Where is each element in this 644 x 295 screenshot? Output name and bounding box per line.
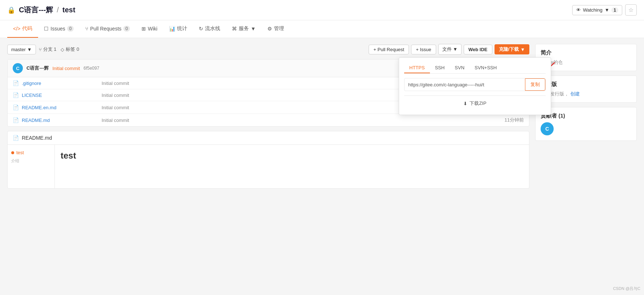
readme-header: 📄 README.md bbox=[8, 131, 529, 145]
repo-name: test bbox=[62, 6, 75, 14]
clone-download-button[interactable]: 克隆/下载 ▼ bbox=[495, 44, 530, 54]
file-name[interactable]: README.en.md bbox=[22, 105, 94, 110]
file-icon: 📄 bbox=[13, 117, 19, 123]
content-area: master ▼ ⑂ 分支 1 ◇ 标签 0 + Pull Request + … bbox=[7, 44, 529, 284]
issues-count: 0 bbox=[67, 26, 74, 32]
commit-message[interactable]: Initial commit bbox=[52, 66, 80, 71]
toc-sub: 介绍 bbox=[11, 157, 51, 164]
file-name[interactable]: .gitignore bbox=[22, 81, 94, 86]
wiki-icon: ⊞ bbox=[141, 26, 146, 32]
contributors-title: 贡献者 (1) bbox=[541, 112, 631, 119]
nav-tabs: </> 代码 ☐ Issues 0 ⑂ Pull Requests 0 ⊞ Wi… bbox=[0, 20, 644, 38]
tab-services[interactable]: ⌘ 服务 ▼ bbox=[226, 20, 262, 38]
tab-manage-label: 管理 bbox=[274, 25, 284, 32]
clone-dropdown: HTTPS SSH SVN SVN+SSH 复制 ⬇ 下载ZIP bbox=[399, 57, 551, 115]
branch-dropdown-icon: ▼ bbox=[27, 47, 32, 52]
branch-selector[interactable]: master ▼ bbox=[7, 45, 36, 54]
repo-owner: C语言---辉 bbox=[19, 5, 53, 15]
repo-title: 🔒 C语言---辉 / test bbox=[7, 5, 75, 15]
file-name[interactable]: README.md bbox=[22, 118, 94, 123]
branch-name: master bbox=[11, 47, 26, 52]
file-icon: 📄 bbox=[13, 92, 19, 98]
download-zip-row[interactable]: ⬇ 下载ZIP bbox=[404, 97, 546, 110]
readme-section: 📄 README.md test 介绍 test bbox=[7, 131, 529, 189]
lock-icon: 🔒 bbox=[7, 6, 15, 14]
manage-icon: ⚙ bbox=[267, 26, 272, 32]
tab-stats[interactable]: 📊 统计 bbox=[163, 20, 193, 38]
watch-dropdown-icon: ▼ bbox=[604, 7, 609, 13]
sidebar-intro-title: 简介 bbox=[541, 49, 631, 56]
webide-button[interactable]: Web IDE bbox=[464, 45, 492, 54]
stats-icon: 📊 bbox=[169, 26, 175, 32]
commit-author: C语言---辉 bbox=[26, 65, 49, 71]
tab-stats-label: 统计 bbox=[177, 25, 187, 32]
pipeline-icon: ↻ bbox=[199, 26, 203, 32]
file-name[interactable]: LICENSE bbox=[22, 93, 94, 98]
readme-toc-item[interactable]: test bbox=[11, 148, 51, 157]
readme-content: test 介绍 test bbox=[8, 145, 529, 188]
commit-hash: 6f5e097 bbox=[83, 66, 99, 71]
readme-title: README.md bbox=[22, 135, 52, 141]
slash: / bbox=[57, 6, 59, 14]
services-dropdown-icon: ▼ bbox=[251, 26, 256, 32]
readme-body: test bbox=[55, 145, 529, 188]
main-content: master ▼ ⑂ 分支 1 ◇ 标签 0 + Pull Request + … bbox=[0, 38, 644, 290]
tab-pipeline[interactable]: ↻ 流水线 bbox=[193, 20, 226, 38]
tab-manage[interactable]: ⚙ 管理 bbox=[262, 20, 290, 38]
toc-item-label: test bbox=[16, 150, 24, 155]
clone-copy-button[interactable]: 复制 bbox=[525, 78, 545, 91]
watch-button[interactable]: 👁 Watching ▼ 1 bbox=[572, 5, 622, 15]
tab-code[interactable]: </> 代码 bbox=[7, 20, 38, 38]
clone-tabs: HTTPS SSH SVN SVN+SSH bbox=[404, 63, 546, 74]
file-row: 📄 README.md Initial commit 11分钟前 bbox=[8, 114, 529, 126]
readme-toc: test 介绍 bbox=[8, 145, 55, 188]
branch-count: ⑂ 分支 1 bbox=[39, 46, 57, 53]
top-bar: 🔒 C语言---辉 / test 👁 Watching ▼ 1 ☆ bbox=[0, 0, 644, 20]
clone-tab-https[interactable]: HTTPS bbox=[404, 63, 430, 73]
clone-url-input[interactable] bbox=[405, 79, 525, 90]
tab-wiki-label: Wiki bbox=[148, 26, 157, 32]
pull-request-button[interactable]: + Pull Request bbox=[369, 45, 409, 54]
top-actions: 👁 Watching ▼ 1 ☆ bbox=[572, 4, 637, 16]
tab-issues-label: Issues bbox=[50, 26, 65, 32]
star-button[interactable]: ☆ bbox=[625, 4, 637, 16]
download-icon: ⬇ bbox=[463, 101, 467, 106]
pr-icon: ⑂ bbox=[85, 26, 88, 32]
pr-count: 0 bbox=[123, 26, 130, 32]
branch-bar: master ▼ ⑂ 分支 1 ◇ 标签 0 + Pull Request + … bbox=[7, 44, 529, 55]
clone-download-container: 克隆/下载 ▼ HTTPS SSH SVN SVN+SSH 复 bbox=[495, 44, 530, 54]
clone-tab-svn[interactable]: SVN bbox=[450, 63, 469, 73]
fork-icon: ⑂ bbox=[39, 47, 42, 52]
clone-tab-ssh[interactable]: SSH bbox=[430, 63, 450, 73]
action-buttons: + Pull Request + Issue 文件 ▼ Web IDE 克隆/下… bbox=[369, 44, 529, 55]
contributor-avatar[interactable]: C bbox=[541, 122, 554, 135]
readme-content-title: test bbox=[61, 151, 523, 161]
issue-button[interactable]: + Issue bbox=[411, 45, 436, 54]
issues-icon: ☐ bbox=[44, 26, 49, 32]
file-icon: 📄 bbox=[13, 80, 19, 86]
watermark: CSDN @吕与C bbox=[613, 286, 640, 290]
tab-code-label: 代码 bbox=[22, 25, 32, 32]
tab-wiki[interactable]: ⊞ Wiki bbox=[136, 21, 163, 37]
files-button[interactable]: 文件 ▼ bbox=[438, 44, 462, 55]
file-time: 11分钟前 bbox=[505, 117, 524, 123]
watch-label: Watching bbox=[583, 7, 603, 13]
tab-issues[interactable]: ☐ Issues 0 bbox=[38, 21, 79, 37]
commit-avatar: C bbox=[13, 63, 23, 73]
toc-dot bbox=[11, 151, 14, 154]
clone-dropdown-icon: ▼ bbox=[520, 47, 525, 52]
tab-pr-label: Pull Requests bbox=[90, 26, 121, 32]
files-dropdown-icon: ▼ bbox=[453, 46, 458, 52]
branch-info: ⑂ 分支 1 ◇ 标签 0 bbox=[39, 46, 366, 53]
clone-tab-svnplusssh[interactable]: SVN+SSH bbox=[469, 63, 502, 73]
releases-empty-text: 暂无发行版， 创建 bbox=[541, 91, 631, 97]
clone-url-row: 复制 bbox=[404, 78, 546, 91]
tab-pipeline-label: 流水线 bbox=[205, 25, 220, 32]
tab-pull-requests[interactable]: ⑂ Pull Requests 0 bbox=[79, 21, 136, 37]
file-icon: 📄 bbox=[13, 105, 19, 110]
tag-count: ◇ 标签 0 bbox=[61, 46, 79, 53]
releases-create-link[interactable]: 创建 bbox=[570, 91, 580, 97]
tag-icon: ◇ bbox=[61, 47, 64, 52]
readme-doc-icon: 📄 bbox=[13, 135, 19, 141]
code-icon: </> bbox=[13, 26, 20, 32]
